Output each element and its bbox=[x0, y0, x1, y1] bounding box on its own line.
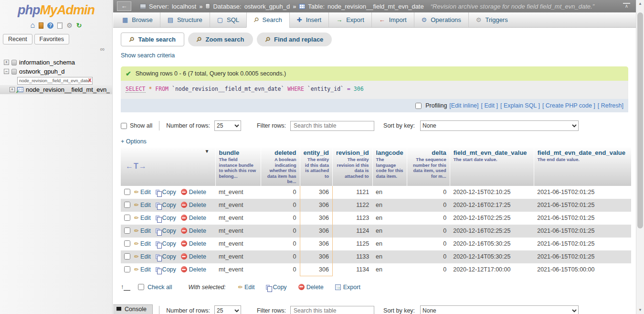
delete-row-link[interactable]: Delete bbox=[181, 240, 206, 247]
row-checkbox[interactable] bbox=[124, 240, 130, 247]
copy-row-link[interactable]: Copy bbox=[156, 215, 176, 221]
edit-row-link[interactable]: ✏Edit bbox=[134, 240, 151, 247]
options-toggle-link[interactable]: + Options bbox=[121, 138, 147, 145]
edit-row-link[interactable]: ✏Edit bbox=[134, 202, 151, 208]
vertical-scrollbar[interactable]: ▲ ▼ bbox=[636, 0, 644, 314]
edit-row-link[interactable]: ✏Edit bbox=[134, 215, 151, 221]
database-name[interactable]: ostwork_gpuh_d bbox=[19, 68, 64, 75]
show-all-toggle[interactable]: Show all bbox=[121, 122, 152, 129]
expand-icon[interactable]: + bbox=[4, 60, 9, 65]
collapse-tree-icon[interactable]: − bbox=[4, 69, 9, 74]
bulk-export-link[interactable]: Export bbox=[335, 284, 360, 291]
scrollbar-up-arrow[interactable]: ▲ bbox=[636, 0, 644, 8]
subtab-table-search[interactable]: ⚲ Table search bbox=[121, 32, 184, 46]
column-sort-link[interactable]: field_mt_evn_date_end_value bbox=[538, 149, 628, 156]
scrollbar-down-arrow[interactable]: ▼ bbox=[636, 306, 644, 314]
tree-item-ostwork-gpuh-d[interactable]: − ostwork_gpuh_d bbox=[0, 67, 112, 76]
scroll-to-top-icon[interactable]: ↑ bbox=[121, 283, 131, 291]
column-sort-link[interactable]: field_mt_evn_date_value bbox=[454, 149, 530, 156]
column-sort-link[interactable]: bundle bbox=[219, 149, 257, 156]
delete-row-link[interactable]: Delete bbox=[181, 227, 206, 234]
copy-row-link[interactable]: Copy bbox=[156, 253, 176, 260]
row-checkbox[interactable] bbox=[124, 253, 130, 260]
tab-export[interactable]: →Export bbox=[328, 12, 371, 27]
delete-row-link[interactable]: Delete bbox=[181, 202, 206, 208]
delete-row-link[interactable]: Delete bbox=[181, 189, 206, 195]
refresh-link[interactable]: [ Refresh] bbox=[598, 102, 623, 109]
copy-row-link[interactable]: Copy bbox=[156, 227, 176, 234]
tab-browse[interactable]: ▦Browse bbox=[115, 12, 160, 27]
tree-filter-input[interactable] bbox=[17, 77, 93, 85]
scrollbar-thumb[interactable] bbox=[637, 12, 643, 228]
reload-navigation-icon[interactable]: ↻ bbox=[76, 22, 82, 29]
copy-row-link[interactable]: Copy bbox=[156, 266, 176, 273]
edit-inline-link[interactable]: [Edit inline] bbox=[449, 102, 478, 109]
breadcrumb-database-link[interactable]: ostwork_gpuh_d bbox=[244, 3, 290, 10]
edit-link[interactable]: [ Edit ] bbox=[481, 102, 498, 109]
number-of-rows-select[interactable]: 25 bbox=[214, 305, 241, 314]
tab-triggers[interactable]: ⚙Triggers bbox=[468, 12, 515, 27]
show-all-checkbox[interactable] bbox=[121, 123, 127, 129]
check-all-checkbox[interactable] bbox=[138, 284, 144, 290]
settings-icon[interactable]: ⚙ bbox=[66, 22, 73, 29]
tab-insert[interactable]: ✚Insert bbox=[289, 12, 328, 27]
sort-by-key-select[interactable]: None bbox=[420, 120, 579, 131]
edit-row-link[interactable]: ✏Edit bbox=[134, 266, 151, 273]
row-checkbox[interactable] bbox=[124, 266, 130, 272]
profiling-checkbox[interactable] bbox=[415, 103, 422, 109]
clear-filter-icon[interactable]: X bbox=[88, 78, 92, 83]
favorites-button[interactable]: Favorites bbox=[34, 34, 69, 44]
home-icon[interactable]: ⌂ bbox=[31, 22, 35, 29]
edit-row-link[interactable]: ✏Edit bbox=[134, 189, 151, 195]
delete-row-link[interactable]: Delete bbox=[181, 266, 206, 273]
phpmyadmin-logo[interactable]: phpMyAdmin bbox=[0, 0, 112, 18]
recent-button[interactable]: Recent bbox=[3, 34, 32, 44]
check-all-toggle[interactable]: Check all bbox=[138, 284, 172, 291]
bulk-copy-link[interactable]: Copy bbox=[266, 284, 286, 291]
console-toggle[interactable]: Console bbox=[113, 304, 153, 314]
logout-icon[interactable] bbox=[39, 22, 43, 29]
delete-row-link[interactable]: Delete bbox=[181, 215, 206, 221]
column-sort-link[interactable]: delta bbox=[411, 149, 446, 156]
tab-import[interactable]: ←Import bbox=[371, 12, 414, 27]
create-php-code-link[interactable]: [ Create PHP code ] bbox=[542, 102, 595, 109]
tab-structure[interactable]: ▤Structure bbox=[160, 12, 210, 27]
table-name[interactable]: node_revision__field_mt_evn_ bbox=[26, 86, 110, 93]
subtab-zoom-search[interactable]: ⚲ Zoom search bbox=[188, 32, 253, 46]
column-sort-link[interactable]: langcode bbox=[376, 149, 403, 156]
copy-row-link[interactable]: Copy bbox=[156, 189, 176, 195]
row-checkbox[interactable] bbox=[124, 215, 130, 221]
expand-icon[interactable]: + bbox=[10, 87, 15, 92]
documentation-icon[interactable] bbox=[57, 22, 63, 29]
copy-row-link[interactable]: Copy bbox=[156, 240, 176, 247]
column-sort-link[interactable]: revision_id bbox=[336, 149, 369, 156]
copy-row-link[interactable]: Copy bbox=[156, 202, 176, 208]
edit-row-link[interactable]: ✏Edit bbox=[134, 227, 151, 234]
collapse-icon[interactable]: ∧ bbox=[623, 3, 630, 9]
column-sort-link[interactable]: entity_id bbox=[304, 149, 329, 156]
unlink-panels-icon[interactable]: ∞ bbox=[100, 45, 105, 53]
help-icon[interactable]: ? bbox=[47, 22, 53, 29]
breadcrumb-server-link[interactable]: localhost bbox=[172, 3, 196, 10]
breadcrumb-table-link[interactable]: node_revision__field_mt_evn_date bbox=[327, 3, 424, 10]
row-checkbox[interactable] bbox=[124, 202, 130, 208]
tab-search[interactable]: ⚲Search bbox=[246, 12, 289, 28]
bulk-delete-link[interactable]: Delete bbox=[298, 284, 324, 291]
tree-item-node-revision-table[interactable]: + node_revision__field_mt_evn_ bbox=[0, 85, 112, 94]
sort-by-key-select[interactable]: None bbox=[420, 305, 579, 314]
delete-row-link[interactable]: Delete bbox=[181, 253, 206, 260]
database-name[interactable]: information_schema bbox=[19, 59, 75, 66]
tree-item-information-schema[interactable]: + information_schema bbox=[0, 58, 112, 67]
sort-caret-icon[interactable]: ▼ bbox=[205, 149, 210, 154]
tab-sql[interactable]: ▢SQL bbox=[210, 12, 246, 27]
column-sort-link[interactable]: deleted bbox=[264, 149, 296, 156]
edit-row-link[interactable]: ✏Edit bbox=[134, 253, 151, 260]
filter-rows-input[interactable] bbox=[290, 121, 374, 131]
back-button[interactable]: ← bbox=[117, 1, 131, 11]
bulk-edit-link[interactable]: ✏Edit bbox=[238, 284, 255, 291]
tab-operations[interactable]: ⚙Operations bbox=[414, 12, 468, 27]
column-visibility-icon[interactable]: ←T→ bbox=[126, 162, 147, 171]
row-checkbox[interactable] bbox=[124, 189, 130, 195]
filter-rows-input[interactable] bbox=[290, 306, 374, 314]
explain-sql-link[interactable]: [ Explain SQL ] bbox=[500, 102, 540, 109]
